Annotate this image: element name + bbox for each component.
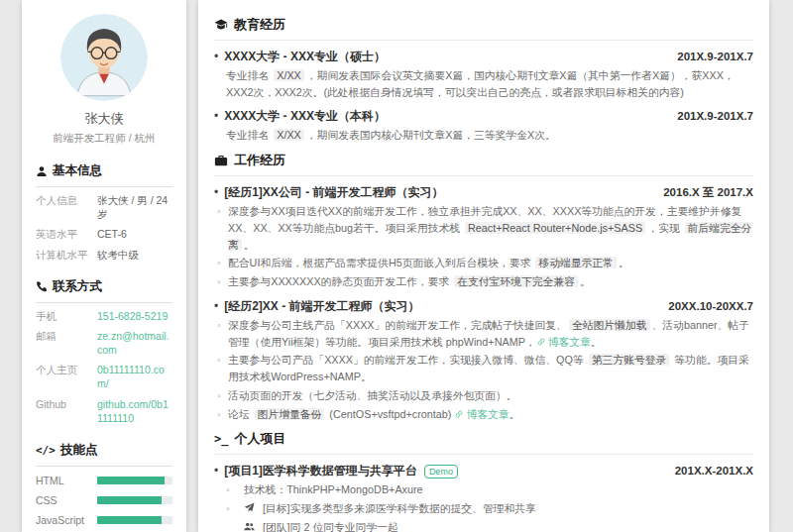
text-segment: ，实现 bbox=[647, 222, 682, 234]
project-detail-row: [目标]实现多类型多来源医学科学数据的提交、管理和共享 bbox=[214, 500, 753, 517]
work-item-title: [经历2]XX - 前端开发工程师（实习） bbox=[224, 298, 419, 315]
info-label: 英语水平 bbox=[36, 227, 97, 241]
contact-row: Github github.com/0b11111110 bbox=[36, 397, 172, 425]
education-item-desc: 专业排名 X/XX，期间发表国际会议英文摘要X篇，国内核心期刊文章X篇（其中第一… bbox=[214, 67, 753, 100]
work-item-header: • [经历2]XX - 前端开发工程师（实习） 20XX.10-20XX.7 bbox=[214, 298, 753, 315]
divider bbox=[36, 466, 172, 467]
text-segment: 。 bbox=[244, 239, 255, 251]
work-bullet: 活动页面的开发（七夕活动、抽奖活动以及承接外包页面）。 bbox=[214, 387, 753, 404]
work-item-date: 2016.X 至 2017.X bbox=[663, 185, 753, 200]
basic-info-list: 个人信息 张大侠 / 男 / 24岁 英语水平 CET-6 计算机水平 软考中级 bbox=[36, 193, 172, 262]
project-detail-rows: 技术栈：ThinkPHP+MongoDB+Axure bbox=[214, 481, 753, 532]
skill-bar-track bbox=[97, 496, 172, 504]
text-segment: 论坛 bbox=[228, 408, 253, 420]
project-item-header: • [项目1]医学科学数据管理与共享平台 Demo 201X.X-201X.X bbox=[214, 463, 753, 479]
info-row: 计算机水平 软考中级 bbox=[36, 248, 172, 262]
skill-bar-track bbox=[97, 516, 172, 524]
basic-info-title: 基本信息 bbox=[53, 162, 102, 179]
terminal-icon: >_ bbox=[214, 432, 228, 446]
project-detail-text: [团队]同 2 位同专业同学一起 bbox=[263, 521, 398, 532]
skill-bar-track bbox=[97, 477, 172, 484]
contact-value[interactable]: 0b11111110.com/ bbox=[97, 363, 172, 390]
text-segment: 活动页面的开发（七夕活动、抽奖活动以及承接外包页面）。 bbox=[228, 389, 517, 401]
work-item-bullets: 深度参与XX项目迭代XX的前端开发工作，独立承担并完成XX、XX、XXXX等功能… bbox=[214, 203, 753, 290]
user-icon bbox=[36, 165, 48, 177]
contact-label: 邮箱 bbox=[36, 329, 97, 357]
basic-info-header: 基本信息 bbox=[36, 162, 172, 179]
education-item-date: 201X.9-201X.7 bbox=[677, 110, 753, 122]
divider bbox=[36, 186, 172, 187]
divider bbox=[214, 175, 753, 176]
code-icon: </> bbox=[36, 444, 56, 457]
contact-label: 个人主页 bbox=[36, 363, 97, 390]
skill-row: CSS bbox=[36, 494, 172, 506]
highlight-tag: 第三方账号登录 bbox=[589, 354, 670, 366]
info-label: 个人信息 bbox=[36, 193, 97, 221]
bullet-icon: • bbox=[214, 185, 218, 199]
phone-icon bbox=[36, 280, 48, 292]
info-label: 计算机水平 bbox=[36, 248, 97, 262]
work-bullet: 论坛 图片增量备份 (CentOS+vsftpd+crontab) 博客文章。 bbox=[214, 406, 753, 423]
skill-bar-fill bbox=[97, 477, 165, 484]
skill-label: HTML bbox=[36, 475, 97, 486]
sidebar: 张大侠 前端开发工程师 / 杭州 基本信息 个人信息 张大侠 / 男 / 24岁… bbox=[22, 0, 186, 532]
text-segment: 专业排名 bbox=[226, 129, 272, 141]
skill-bar-fill bbox=[97, 516, 162, 524]
highlight-tag: 全站图片懒加载 bbox=[569, 319, 650, 331]
text-segment: 。 bbox=[591, 336, 602, 348]
education-item-header: • XXXX大学 - XXX专业（硕士） 201X.9-201X.7 bbox=[214, 49, 753, 65]
skill-label: CSS bbox=[36, 494, 97, 506]
work-item-date: 20XX.10-20XX.7 bbox=[668, 300, 753, 312]
work-bullet: 配合UI和后端，根据产品需求提供H5页面嵌入到后台模块，要求 移动端显示正常。 bbox=[214, 255, 753, 271]
highlight-tag: X/XX bbox=[274, 69, 304, 81]
text-segment: 技术栈：ThinkPHP+MongoDB+Axure bbox=[244, 483, 423, 495]
highlight-tag: React+React Router+Node.js+SASS bbox=[465, 222, 645, 234]
work-list: • [经历1]XX公司 - 前端开发工程师（实习） 2016.X 至 2017.… bbox=[214, 184, 753, 422]
text-segment: [团队]同 2 位同专业同学一起 bbox=[263, 521, 398, 532]
work-section-header: 工作经历 bbox=[214, 152, 753, 169]
text-segment: 深度参与公司主线产品「XXXX」的前端开发工作，完成帖子快捷回复、 bbox=[228, 319, 567, 331]
bullet-icon: • bbox=[214, 464, 218, 478]
demo-badge[interactable]: Demo bbox=[424, 465, 458, 479]
project-detail-row: [团队]同 2 位同专业同学一起 bbox=[214, 519, 753, 532]
project-detail-row: 技术栈：ThinkPHP+MongoDB+Axure bbox=[214, 481, 753, 498]
education-item-date: 201X.9-201X.7 bbox=[677, 51, 753, 62]
info-row: 个人信息 张大侠 / 男 / 24岁 bbox=[36, 193, 172, 221]
paper-plane-icon bbox=[244, 502, 255, 513]
work-item-header: • [经历1]XX公司 - 前端开发工程师（实习） 2016.X 至 2017.… bbox=[214, 184, 753, 201]
users-icon bbox=[244, 521, 255, 532]
bullet-icon: • bbox=[214, 299, 218, 313]
text-segment: 主要参与公司产品「XXXX」的前端开发工作，实现接入微博、微信、QQ等 bbox=[228, 354, 587, 366]
contact-row: 邮箱 ze.zn@hotmail.com bbox=[36, 329, 172, 357]
projects-section-header: >_ 个人项目 bbox=[214, 430, 753, 448]
work-item: • [经历2]XX - 前端开发工程师（实习） 20XX.10-20XX.7 深… bbox=[214, 298, 753, 422]
info-value: 张大侠 / 男 / 24岁 bbox=[97, 193, 172, 221]
text-segment: 。 bbox=[580, 275, 591, 287]
education-item: • XXXX大学 - XXX专业（本科） 201X.9-201X.7 专业排名 … bbox=[214, 108, 753, 144]
work-item: • [经历1]XX公司 - 前端开发工程师（实习） 2016.X 至 2017.… bbox=[214, 184, 753, 290]
contact-label: Github bbox=[36, 397, 97, 425]
skill-row: HTML bbox=[36, 475, 172, 486]
blog-link[interactable]: 博客文章 bbox=[454, 408, 509, 420]
contact-value[interactable]: 151-6828-5219 bbox=[97, 309, 168, 323]
text-segment: 主要参与XXXXXXX的静态页面开发工作，要求 bbox=[228, 275, 452, 287]
text-segment: 配合UI和后端，根据产品需求提供H5页面嵌入到后台模块，要求 bbox=[228, 257, 533, 268]
contact-value[interactable]: ze.zn@hotmail.com bbox=[97, 329, 172, 357]
divider bbox=[214, 40, 753, 41]
highlight-tag: 在支付宝环境下完全兼容 bbox=[454, 275, 578, 287]
avatar bbox=[60, 14, 148, 101]
skill-row: JavaScript bbox=[36, 514, 172, 526]
blog-link[interactable]: 博客文章 bbox=[536, 336, 591, 348]
work-bullet: 深度参与XX项目迭代XX的前端开发工作，独立承担并完成XX、XX、XXXX等功能… bbox=[214, 203, 753, 253]
project-item: • [项目1]医学科学数据管理与共享平台 Demo 201X.X-201X.X bbox=[214, 463, 753, 532]
info-value: CET-6 bbox=[97, 227, 127, 241]
work-bullet: 深度参与公司主线产品「XXXX」的前端开发工作，完成帖子快捷回复、全站图片懒加载… bbox=[214, 317, 753, 350]
contact-list: 手机 151-6828-5219 邮箱 ze.zn@hotmail.com 个人… bbox=[36, 309, 172, 425]
text-segment: ，期间发表国内核心期刊文章X篇，三等奖学金X次。 bbox=[306, 129, 556, 141]
text-segment: 专业排名 bbox=[226, 69, 272, 81]
contact-row: 手机 151-6828-5219 bbox=[36, 309, 172, 323]
contact-value[interactable]: github.com/0b11111110 bbox=[97, 397, 172, 425]
resume-main: 教育经历 • XXXX大学 - XXX专业（硕士） 201X.9-201X.7 … bbox=[198, 0, 769, 532]
education-item-header: • XXXX大学 - XXX专业（本科） 201X.9-201X.7 bbox=[214, 108, 753, 125]
project-detail-text: 技术栈：ThinkPHP+MongoDB+Axure bbox=[244, 483, 423, 495]
